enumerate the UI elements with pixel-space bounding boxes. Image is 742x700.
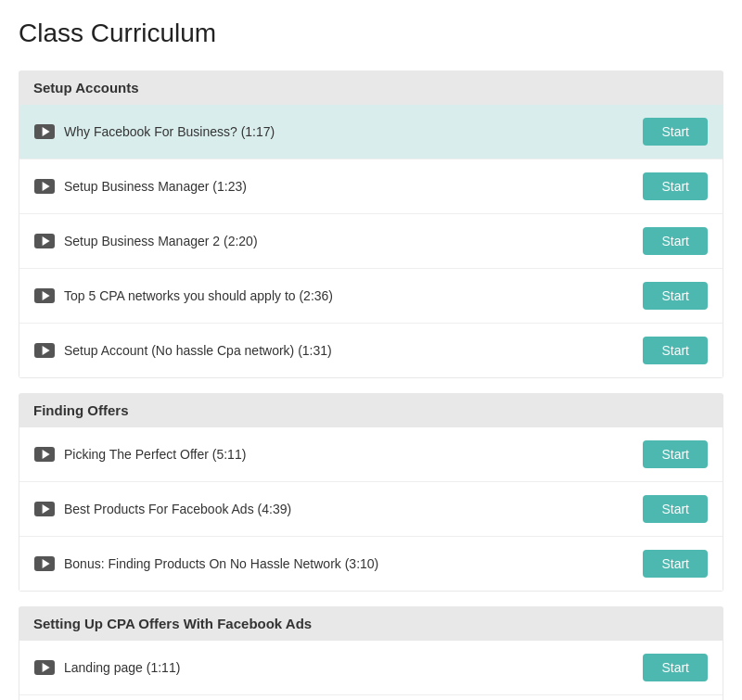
lesson-row: Top 5 CPA networks you should apply to (… [19,269,723,324]
lesson-title: Setup Business Manager (1:23) [64,179,247,194]
lesson-title: Best Products For Facebook Ads (4:39) [64,502,291,516]
video-icon [34,179,55,194]
lesson-title: Top 5 CPA networks you should apply to (… [64,288,333,303]
lesson-row: Best Products For Facebook Ads (4:39)Sta… [19,482,723,537]
start-button[interactable]: Start [643,495,708,523]
lesson-title: Picking The Perfect Offer (5:11) [64,447,246,462]
section-body: Landing page (1:11)StartFanpage setup (4… [19,641,723,700]
lesson-left: Picking The Perfect Offer (5:11) [34,447,643,462]
lesson-row: Setup Business Manager (1:23)Start [19,159,723,214]
video-icon [34,556,55,571]
section-setting-up-cpa: Setting Up CPA Offers With Facebook AdsL… [19,606,723,700]
video-icon [34,447,55,462]
start-button[interactable]: Start [643,118,708,146]
section-finding-offers: Finding OffersPicking The Perfect Offer … [19,393,723,592]
lesson-left: Top 5 CPA networks you should apply to (… [34,288,643,303]
video-icon [34,124,55,139]
page-title: Class Curriculum [19,19,723,48]
lesson-row: Setup Account (No hassle Cpa network) (1… [19,324,723,377]
video-icon [34,502,55,516]
start-button[interactable]: Start [643,227,708,255]
video-icon [34,660,55,675]
start-button[interactable]: Start [643,654,708,681]
start-button[interactable]: Start [643,282,708,310]
lesson-left: Setup Account (No hassle Cpa network) (1… [34,343,643,358]
section-body: Picking The Perfect Offer (5:11)StartBes… [19,427,723,592]
lesson-row: Fanpage setup (4:09)Start [19,695,723,700]
lesson-left: Setup Business Manager (1:23) [34,179,643,194]
lesson-row: Why Facebook For Business? (1:17)Start [19,105,723,159]
lesson-left: Landing page (1:11) [34,660,643,675]
start-button[interactable]: Start [643,550,708,578]
lesson-row: Setup Business Manager 2 (2:20)Start [19,214,723,269]
lesson-left: Why Facebook For Business? (1:17) [34,124,643,139]
lesson-left: Best Products For Facebook Ads (4:39) [34,502,643,516]
lesson-row: Picking The Perfect Offer (5:11)Start [19,427,723,482]
video-icon [34,234,55,248]
lesson-title: Bonus: Finding Products On No Hassle Net… [64,556,378,571]
section-header: Setting Up CPA Offers With Facebook Ads [19,606,723,641]
lesson-title: Setup Account (No hassle Cpa network) (1… [64,343,332,358]
section-body: Why Facebook For Business? (1:17)StartSe… [19,105,723,378]
lesson-title: Why Facebook For Business? (1:17) [64,124,275,139]
video-icon [34,343,55,358]
section-header: Finding Offers [19,393,723,427]
lesson-row: Bonus: Finding Products On No Hassle Net… [19,537,723,591]
lesson-row: Landing page (1:11)Start [19,641,723,695]
lesson-left: Setup Business Manager 2 (2:20) [34,234,643,248]
lesson-left: Bonus: Finding Products On No Hassle Net… [34,556,643,571]
section-header: Setup Accounts [19,70,723,105]
start-button[interactable]: Start [643,337,708,364]
start-button[interactable]: Start [643,440,708,468]
start-button[interactable]: Start [643,172,708,200]
lesson-title: Setup Business Manager 2 (2:20) [64,234,258,248]
video-icon [34,288,55,303]
lesson-title: Landing page (1:11) [64,660,180,675]
section-setup-accounts: Setup AccountsWhy Facebook For Business?… [19,70,723,378]
